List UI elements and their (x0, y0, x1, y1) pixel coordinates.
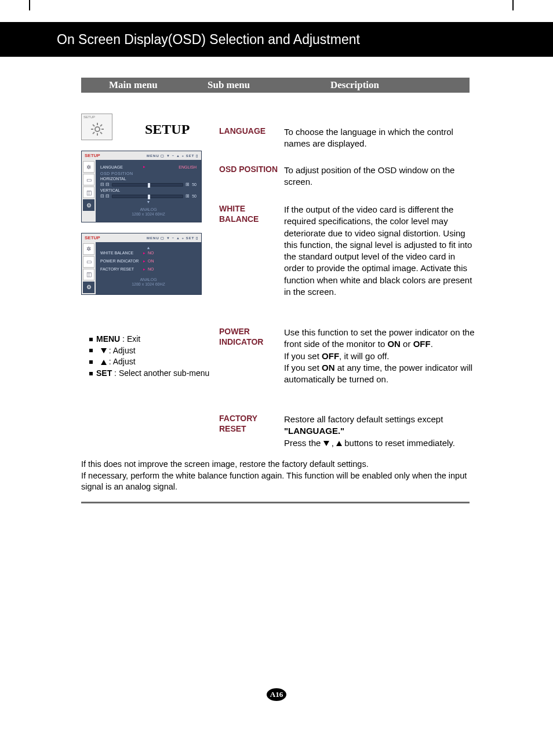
legend-menu-t: : Exit (120, 334, 140, 344)
arrow-icon: ▸ (143, 267, 145, 272)
sub-factory-reset: FACTORY RESET (219, 414, 283, 434)
osd2-pi-label: POWER INDICATOR (100, 259, 141, 263)
osd1-horizontal: HORIZONTAL (100, 177, 126, 181)
bullet-icon (89, 372, 93, 375)
osd1-v-val: 50 (192, 194, 197, 198)
sub-power-indicator: POWER INDICATOR (219, 327, 283, 347)
button-legend: MENU : Exit : Adjust : Adjust SET : Sele… (89, 334, 209, 379)
arrow-icon: ▸ (143, 251, 145, 255)
sub-osd-position: OSD POSITION (219, 165, 278, 175)
color-icon: ◫ (83, 269, 94, 280)
crop-mark (512, 0, 514, 10)
osd1-title: SETUP (85, 153, 100, 158)
gear-icon (90, 122, 104, 136)
osd1-h-val: 50 (192, 182, 197, 187)
osd-preview-1: SETUP MENU ▢ ▼ − ▲ + SET ▯ ✲ ▭ ◫ ⚙ LANGU… (81, 151, 202, 222)
legend-down-adj: : Adjust (107, 346, 136, 355)
col-description: Description (330, 79, 379, 91)
desc-power-indicator: Use this function to set the power indic… (284, 327, 475, 385)
desc-fr-q: "LANGUAGE." (284, 426, 344, 436)
down-triangle-icon (323, 441, 329, 446)
desc-off2: OFF (322, 351, 339, 361)
osd2-wb-label: WHITE BALANCE (100, 251, 141, 255)
desc-pi-2b: , it will go off. (339, 351, 389, 361)
osd1-language-value: ENGLISH (179, 165, 197, 169)
desc-on2: ON (322, 363, 335, 372)
osd1-sidebar: ✲ ▭ ◫ ⚙ (82, 160, 96, 222)
down-arrow-icon: ▼ (100, 200, 197, 204)
osd2-pi-val: ON (148, 259, 154, 263)
sub-white-balance: WHITE BALANCE (219, 204, 283, 224)
desc-factory-reset: Restore all factory default settings exc… (284, 414, 455, 449)
main-menu-column: SETUP SETUP SETUP MENU ▢ ▼ − ▲ + SET ▯ ✲… (81, 114, 209, 295)
svg-point-0 (95, 127, 100, 132)
svg-line-7 (93, 132, 94, 134)
desc-pi-1: Use this function to set the power indic… (284, 327, 475, 349)
osd2-title: SETUP (85, 235, 100, 240)
osd1-h-slider (112, 183, 183, 187)
desc-language: To choose the language in which the cont… (284, 126, 475, 150)
color-icon: ◫ (83, 187, 94, 198)
column-header: Main menu Sub menu Description (81, 78, 470, 93)
osd2-fr-val: NO (148, 267, 154, 271)
up-triangle-icon (336, 441, 342, 446)
osd-preview-2: SETUP MENU ▢ ▼ − ▲ + SET ▯ ✲ ▭ ◫ ⚙ ▲ WHI… (81, 233, 202, 295)
setup-icon: ⚙ (83, 199, 94, 211)
arrow-icon: ▸ (143, 165, 145, 169)
osd1-buttons: MENU ▢ ▼ − ▲ + SET ▯ (147, 154, 198, 158)
page-title-bar: On Screen Display(OSD) Selection and Adj… (0, 22, 553, 57)
osd2-wb-val: NO (148, 251, 154, 255)
desc-fr-1: Restore all factory default settings exc… (284, 414, 443, 424)
divider (81, 502, 470, 503)
col-sub-menu: Sub menu (208, 79, 250, 91)
desc-or: or (401, 339, 413, 349)
bullet-icon (89, 360, 93, 364)
desc-fr-2a: Press the (284, 438, 323, 448)
crop-mark (29, 0, 30, 10)
osd2-sig1: ANALOG (140, 277, 157, 282)
setup-heading: SETUP (145, 122, 190, 137)
legend-menu-b: MENU (96, 334, 120, 344)
page-number: A16 (267, 688, 286, 701)
setup-icon-label: SETUP (83, 115, 95, 119)
svg-line-6 (100, 132, 102, 134)
osd1-vertical: VERTICAL (100, 188, 120, 192)
osd1-v-slider (112, 195, 183, 198)
desc-fr-2b: , (329, 438, 337, 448)
page-title: On Screen Display(OSD) Selection and Adj… (57, 32, 360, 48)
footer-note: If this does not improve the screen imag… (81, 459, 475, 493)
desc-dot1: . (431, 339, 433, 349)
svg-line-8 (100, 125, 102, 126)
setup-icon: ⚙ (83, 282, 94, 293)
osd1-osd-position: OSD POSITION (100, 171, 197, 176)
arrow-icon: ▸ (143, 259, 145, 264)
desc-osd-position: To adjust position of the OSD window on … (284, 165, 475, 188)
up-arrow-icon: ▲ (100, 246, 197, 250)
col-main-menu: Main menu (109, 79, 158, 91)
brightness-icon: ✲ (83, 161, 94, 173)
sub-language: LANGUAGE (219, 126, 265, 137)
brightness-icon: ✲ (83, 243, 94, 255)
bullet-icon (89, 338, 93, 341)
screen-icon: ▭ (83, 256, 94, 268)
osd2-sig2: 1280 x 1024 60HZ (132, 282, 165, 286)
desc-off: OFF (413, 339, 431, 349)
svg-line-5 (93, 125, 94, 126)
osd2-sidebar: ✲ ▭ ◫ ⚙ (82, 242, 96, 294)
desc-white-balance: If the output of the video card is diffe… (284, 204, 475, 298)
down-triangle-icon (101, 348, 107, 353)
osd1-sig2: 1280 x 1024 60HZ (132, 212, 165, 216)
up-triangle-icon (101, 360, 107, 365)
bullet-icon (89, 349, 93, 352)
desc-on: ON (387, 339, 401, 349)
screen-icon: ▭ (83, 174, 94, 185)
legend-up-adj: : Adjust (107, 357, 136, 366)
desc-fr-2c: buttons to reset immediately. (342, 438, 455, 448)
legend-set-b: SET (96, 368, 112, 378)
osd2-fr-label: FACTORY RESET (100, 267, 141, 271)
desc-pi-2a: If you set (284, 351, 322, 361)
legend-set-t: : Select another sub-menu (112, 368, 209, 378)
osd1-language-label: LANGUAGE (100, 165, 141, 169)
osd2-buttons: MENU ▢ ▼ − ▲ + SET ▯ (147, 236, 198, 240)
desc-pi-3a: If you set (284, 363, 322, 372)
